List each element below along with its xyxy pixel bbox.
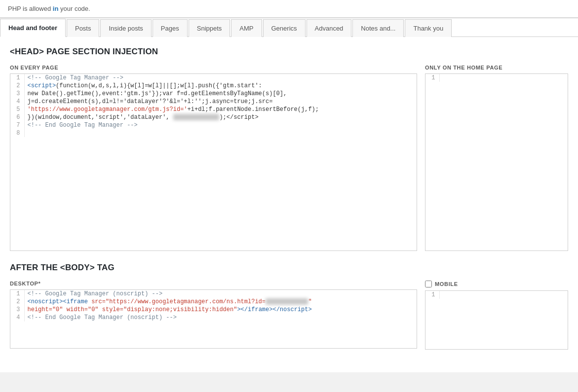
body-line-code-3: height="0" width="0" style="display:none… [24, 306, 417, 314]
code-line-8: 8 [10, 129, 417, 137]
head-home-page-code-table: 1 [425, 74, 568, 82]
head-section-title: <HEAD> PAGE SECTION INJECTION [10, 47, 568, 57]
line-num-1: 1 [10, 74, 24, 82]
blurred-id-1 [173, 114, 220, 120]
body-line-num-1: 1 [10, 290, 24, 298]
tab-head-footer[interactable]: Head and footer [0, 19, 66, 37]
line-code-8 [24, 129, 417, 137]
line-num-8: 8 [10, 129, 24, 137]
body-desktop-editor[interactable]: 1 <!-- Google Tag Manager (noscript) -->… [10, 289, 417, 349]
head-every-page-editor[interactable]: 1 <!-- Google Tag Manager --> 2 <script>… [10, 73, 417, 251]
top-notice: PHP is allowed in your code. [0, 0, 578, 18]
code-line-5: 5 'https://www.googletagmanager.com/gtm.… [10, 106, 417, 113]
body-mobile-label-text: MOBILE [435, 281, 458, 287]
line-num-6: 6 [10, 113, 24, 121]
body-mobile-label: MOBILE [425, 281, 568, 287]
tab-generics[interactable]: Generics [263, 19, 306, 37]
line-code-1: <!-- Google Tag Manager --> [24, 74, 417, 82]
body-code-line-4: 4 <!-- End Google Tag Manager (noscript)… [10, 314, 417, 321]
head-every-page-col: ON EVERY PAGE 1 <!-- Google Tag Manager … [10, 65, 417, 251]
body-code-line-3: 3 height="0" width="0" style="display:no… [10, 306, 417, 314]
head-home-page-editor[interactable]: 1 [425, 73, 568, 251]
line-num-2: 2 [10, 82, 24, 90]
line-code-2: <script>(function(w,d,s,l,i){w[l]=w[l]||… [24, 82, 417, 90]
body-mobile-code-table: 1 [425, 291, 568, 299]
body-desktop-code-table: 1 <!-- Google Tag Manager (noscript) -->… [10, 290, 417, 321]
code-line-6: 6 })(window,document,'script','dataLayer… [10, 113, 417, 121]
body-desktop-col: DESKTOP* 1 <!-- Google Tag Manager (nosc… [10, 281, 417, 350]
tab-notes-and[interactable]: Notes and... [352, 19, 404, 37]
tab-pages[interactable]: Pages [153, 19, 188, 37]
body-mobile-editor[interactable]: 1 [425, 290, 568, 350]
head-section: <HEAD> PAGE SECTION INJECTION ON EVERY P… [10, 47, 568, 251]
body-section-title: AFTER THE <BODY> TAG [10, 263, 568, 273]
code-line-2: 2 <script>(function(w,d,s,l,i){w[l]=w[l]… [10, 82, 417, 90]
body-line-code-1: <!-- Google Tag Manager (noscript) --> [24, 290, 417, 298]
line-num-5: 5 [10, 106, 24, 113]
tab-snippets[interactable]: Snippets [189, 19, 231, 37]
home-code-line-1: 1 [425, 74, 568, 82]
line-code-4: j=d.createElement(s),dl=l!='dataLayer'?'… [24, 98, 417, 106]
body-line-code-4: <!-- End Google Tag Manager (noscript) -… [24, 314, 417, 321]
mobile-checkbox[interactable] [425, 281, 432, 287]
head-every-page-label: ON EVERY PAGE [10, 65, 417, 71]
home-line-num-1: 1 [425, 74, 439, 82]
code-line-4: 4 j=d.createElement(s),dl=l!='dataLayer'… [10, 98, 417, 106]
body-mobile-col: MOBILE 1 [425, 281, 568, 350]
body-line-num-2: 2 [10, 298, 24, 306]
line-code-3: new Date().getTime(),event:'gtm.js'});va… [24, 90, 417, 98]
mobile-line-code-1 [439, 291, 568, 299]
body-line-num-3: 3 [10, 306, 24, 314]
head-columns: ON EVERY PAGE 1 <!-- Google Tag Manager … [10, 65, 568, 251]
tab-posts[interactable]: Posts [67, 19, 100, 37]
body-code-line-1: 1 <!-- Google Tag Manager (noscript) --> [10, 290, 417, 298]
tab-advanced[interactable]: Advanced [307, 19, 352, 37]
body-desktop-label: DESKTOP* [10, 281, 417, 286]
line-num-4: 4 [10, 98, 24, 106]
head-every-page-code-table: 1 <!-- Google Tag Manager --> 2 <script>… [10, 74, 417, 137]
code-line-7: 7 <!-- End Google Tag Manager --> [10, 121, 417, 129]
blurred-id-2 [266, 298, 308, 305]
body-columns: DESKTOP* 1 <!-- Google Tag Manager (nosc… [10, 281, 568, 350]
line-num-3: 3 [10, 90, 24, 98]
line-code-7: <!-- End Google Tag Manager --> [24, 121, 417, 129]
main-content: <HEAD> PAGE SECTION INJECTION ON EVERY P… [0, 37, 578, 372]
tabs-container: Head and footer Posts Inside posts Pages… [0, 18, 578, 37]
line-code-6: })(window,document,'script','dataLayer',… [24, 113, 417, 121]
tab-inside-posts[interactable]: Inside posts [100, 19, 151, 37]
tab-amp[interactable]: AMP [231, 19, 262, 37]
home-line-code-1 [439, 74, 568, 82]
line-code-5: 'https://www.googletagmanager.com/gtm.js… [24, 106, 417, 113]
body-code-line-2: 2 <noscript><iframe src="https://www.goo… [10, 298, 417, 306]
code-line-3: 3 new Date().getTime(),event:'gtm.js'});… [10, 90, 417, 98]
body-line-code-2: <noscript><iframe src="https://www.googl… [24, 298, 417, 306]
body-section: AFTER THE <BODY> TAG DESKTOP* 1 <!-- Goo… [10, 263, 568, 350]
mobile-code-line-1: 1 [425, 291, 568, 299]
head-home-page-label: ONLY ON THE HOME PAGE [425, 65, 568, 71]
line-num-7: 7 [10, 121, 24, 129]
head-home-page-col: ONLY ON THE HOME PAGE 1 [425, 65, 568, 251]
code-line-1: 1 <!-- Google Tag Manager --> [10, 74, 417, 82]
body-line-num-4: 4 [10, 314, 24, 321]
tab-thank-you[interactable]: Thank you [405, 19, 452, 37]
mobile-line-num-1: 1 [425, 291, 439, 299]
